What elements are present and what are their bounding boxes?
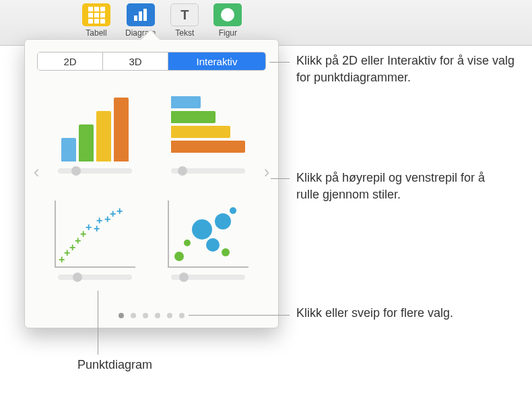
style-slider[interactable]	[58, 168, 132, 174]
callout-arrows: Klikk på høyrepil og venstrepil for å ru…	[296, 170, 498, 203]
tab-interaktiv[interactable]: Interaktiv	[168, 52, 265, 70]
chevron-left-icon: ‹	[34, 161, 40, 182]
page-dot[interactable]	[143, 313, 148, 318]
chart-style-area: ‹ › + +	[25, 71, 278, 287]
callout-line	[269, 62, 290, 63]
chevron-right-icon: ›	[264, 161, 270, 182]
column-chart-icon	[51, 87, 139, 161]
toolbar-label-tekst: Tekst	[175, 28, 194, 38]
chart-style-bubble[interactable]	[162, 194, 255, 280]
callout-line	[189, 315, 290, 316]
text-icon: T	[170, 3, 199, 26]
tab-2d[interactable]: 2D	[38, 52, 103, 70]
tab-3d[interactable]: 3D	[103, 52, 168, 70]
chart-type-segmented: 2D 3D Interaktiv	[37, 52, 266, 71]
callout-line	[98, 291, 98, 355]
table-icon	[82, 3, 110, 26]
page-dot[interactable]	[179, 313, 185, 318]
page-dot[interactable]	[131, 313, 136, 318]
chart-style-scatter[interactable]: + + + + + + + + + + +	[48, 194, 141, 280]
chart-style-bar[interactable]	[162, 87, 255, 174]
scatter-chart-icon: + + + + + + + + + + +	[51, 194, 139, 268]
callout-punktdiagram: Punktdiagram	[77, 357, 152, 373]
style-slider[interactable]	[58, 275, 132, 280]
toolbar-item-figur[interactable]: Figur	[213, 3, 242, 38]
next-style-arrow[interactable]: ›	[257, 158, 277, 185]
page-dot[interactable]	[155, 313, 160, 318]
toolbar-label-figur: Figur	[219, 28, 237, 38]
page-dots	[25, 313, 278, 318]
callout-dots: Klikk eller sveip for flere valg.	[296, 305, 471, 322]
toolbar-item-tekst[interactable]: T Tekst	[170, 3, 199, 38]
callout-tabs: Klikk på 2D eller Interaktiv for å vise …	[296, 52, 519, 86]
callout-line	[271, 178, 290, 179]
toolbar-item-tabell[interactable]: Tabell	[82, 3, 110, 38]
chart-popover: 2D 3D Interaktiv ‹ ›	[24, 39, 279, 328]
toolbar-label-tabell: Tabell	[86, 28, 106, 38]
shape-icon	[213, 3, 242, 26]
style-slider[interactable]	[171, 168, 245, 174]
chart-style-column[interactable]	[48, 87, 141, 174]
bubble-chart-icon	[164, 194, 252, 268]
style-slider[interactable]	[171, 275, 245, 280]
page-dot[interactable]	[167, 313, 172, 318]
page-dot[interactable]	[119, 313, 124, 318]
chart-icon	[127, 3, 155, 26]
previous-style-arrow[interactable]: ‹	[26, 158, 46, 185]
bar-chart-icon	[164, 87, 252, 161]
